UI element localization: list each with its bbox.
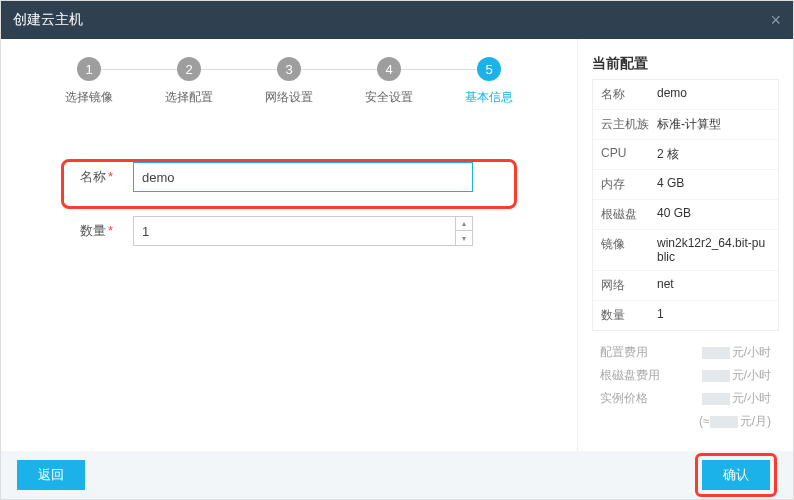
step-3[interactable]: 3 网络设置 — [239, 57, 339, 106]
step-2[interactable]: 2 选择配置 — [139, 57, 239, 106]
step-5[interactable]: 5 基本信息 — [439, 57, 539, 106]
step-label: 选择配置 — [165, 89, 213, 106]
step-label: 网络设置 — [265, 89, 313, 106]
name-input[interactable] — [133, 162, 473, 192]
step-number: 2 — [177, 57, 201, 81]
step-label: 选择镜像 — [65, 89, 113, 106]
step-1[interactable]: 1 选择镜像 — [39, 57, 139, 106]
stepper-down-icon[interactable]: ▾ — [456, 231, 472, 245]
step-number: 5 — [477, 57, 501, 81]
step-4[interactable]: 4 安全设置 — [339, 57, 439, 106]
cfg-key: 镜像 — [601, 236, 657, 264]
cfg-val: 标准-计算型 — [657, 116, 770, 133]
step-number: 3 — [277, 57, 301, 81]
cfg-key: 云主机族 — [601, 116, 657, 133]
config-panel-title: 当前配置 — [592, 55, 779, 73]
cfg-key: 网络 — [601, 277, 657, 294]
back-button[interactable]: 返回 — [17, 460, 85, 490]
dialog-title-bar: 创建云主机 × — [1, 1, 793, 39]
cfg-key: 内存 — [601, 176, 657, 193]
cfg-key: CPU — [601, 146, 657, 163]
qty-stepper[interactable]: ▴ ▾ — [133, 216, 473, 246]
cost-val-month: (≈元/月) — [664, 413, 771, 430]
confirm-button[interactable]: 确认 — [702, 460, 770, 490]
close-icon[interactable]: × — [770, 10, 781, 31]
cost-key: 配置费用 — [600, 344, 664, 361]
dialog-title: 创建云主机 — [13, 11, 83, 29]
cost-key: 根磁盘费用 — [600, 367, 664, 384]
cfg-val: 40 GB — [657, 206, 770, 223]
cfg-val: net — [657, 277, 770, 294]
qty-input[interactable] — [134, 217, 455, 245]
step-number: 4 — [377, 57, 401, 81]
config-summary: 名称demo 云主机族标准-计算型 CPU2 核 内存4 GB 根磁盘40 GB… — [592, 79, 779, 331]
cost-val: 元/小时 — [664, 344, 771, 361]
wizard-steps: 1 选择镜像 2 选择配置 3 网络设置 4 安全设置 5 基本信息 — [33, 57, 545, 106]
cfg-key: 数量 — [601, 307, 657, 324]
cfg-key: 名称 — [601, 86, 657, 103]
cost-summary: 配置费用元/小时 根磁盘费用元/小时 实例价格元/小时 (≈元/月) — [592, 341, 779, 433]
step-number: 1 — [77, 57, 101, 81]
step-label: 基本信息 — [465, 89, 513, 106]
cfg-val: win2k12r2_64.bit-public — [657, 236, 770, 264]
qty-label: 数量* — [57, 222, 113, 240]
step-label: 安全设置 — [365, 89, 413, 106]
cost-key: 实例价格 — [600, 390, 664, 407]
cfg-key: 根磁盘 — [601, 206, 657, 223]
cfg-val: 4 GB — [657, 176, 770, 193]
dialog-footer: 返回 确认 — [1, 451, 793, 499]
cost-val: 元/小时 — [664, 390, 771, 407]
stepper-up-icon[interactable]: ▴ — [456, 217, 472, 231]
name-label: 名称* — [57, 168, 113, 186]
cfg-val: demo — [657, 86, 770, 103]
cost-val: 元/小时 — [664, 367, 771, 384]
cfg-val: 1 — [657, 307, 770, 324]
highlight-ok: 确认 — [695, 453, 777, 497]
cfg-val: 2 核 — [657, 146, 770, 163]
